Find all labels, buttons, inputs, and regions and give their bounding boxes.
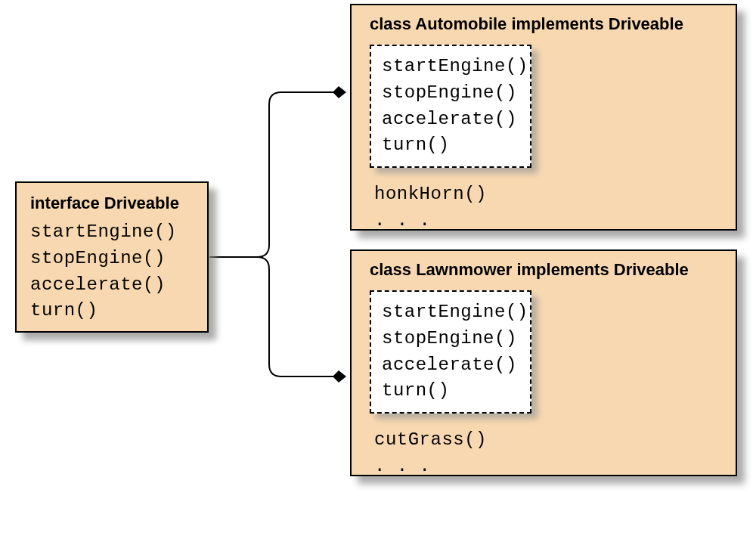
ellipsis: . . .: [374, 454, 717, 480]
ellipsis: . . .: [374, 208, 717, 234]
implemented-method: startEngine(): [382, 299, 519, 326]
interface-box: interface Driveable startEngine() stopEn…: [15, 181, 209, 333]
implemented-method: turn(): [382, 378, 519, 404]
implemented-method: startEngine(): [382, 54, 519, 80]
interface-method: turn(): [30, 298, 194, 324]
diagram-stage: interface Driveable startEngine() stopEn…: [0, 0, 756, 536]
implemented-methods-box: startEngine() stopEngine() accelerate() …: [370, 45, 531, 168]
class-box-automobile: class Automobile implements Driveable st…: [350, 4, 737, 231]
class-title: class Automobile implements Driveable: [370, 14, 717, 34]
implemented-method: turn(): [382, 132, 519, 159]
own-method: cutGrass(): [374, 427, 717, 454]
interface-method: startEngine(): [30, 219, 194, 246]
implemented-method: accelerate(): [382, 352, 519, 379]
own-method: honkHorn(): [374, 181, 717, 208]
interface-method: stopEngine(): [30, 246, 194, 272]
implemented-methods-box: startEngine() stopEngine() accelerate() …: [370, 290, 531, 414]
class-title: class Lawnmower implements Driveable: [370, 260, 717, 280]
implemented-method: stopEngine(): [382, 80, 519, 107]
interface-title: interface Driveable: [30, 194, 194, 213]
implemented-method: accelerate(): [382, 107, 519, 133]
implemented-method: stopEngine(): [382, 326, 519, 352]
interface-method: accelerate(): [30, 272, 194, 299]
class-box-lawnmower: class Lawnmower implements Driveable sta…: [350, 249, 737, 476]
